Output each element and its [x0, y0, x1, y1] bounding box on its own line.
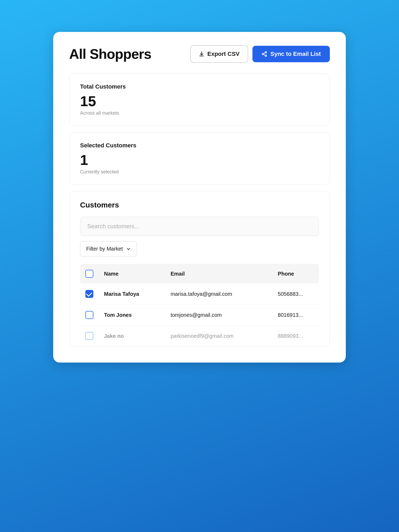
row-phone: 8016913...	[272, 305, 319, 326]
filter-label: Filter by Market	[86, 246, 123, 252]
row-email: tomjones@gmail.com	[165, 305, 272, 326]
main-card: All Shoppers Export CSV Sync to Email Li…	[53, 32, 346, 363]
table-header-email: Email	[165, 264, 272, 284]
row-name: Marisa Tafoya	[99, 284, 165, 305]
page-title: All Shoppers	[69, 46, 151, 62]
row-checkbox-cell	[80, 284, 99, 305]
table-row: Marisa Tafoyamarisa.tafoya@gmail.com5056…	[80, 284, 319, 305]
table-header-checkbox-col	[80, 264, 99, 284]
table-row: Jake noparkisenoedf9@gmail.com8889093...	[80, 326, 319, 347]
row-phone: 5056883...	[272, 284, 319, 305]
chevron-down-icon	[126, 247, 131, 251]
sync-email-button[interactable]: Sync to Email List	[252, 46, 330, 62]
customers-section: Customers Filter by Market Name Email	[69, 191, 330, 347]
selected-customers-number: 1	[80, 153, 319, 167]
row-name: Jake no	[99, 326, 165, 347]
select-all-checkbox[interactable]	[85, 270, 93, 278]
table-row: Tom Jonestomjones@gmail.com8016913...	[80, 305, 319, 326]
selected-customers-sub: Currently selected	[80, 169, 319, 175]
page-header: All Shoppers Export CSV Sync to Email Li…	[69, 45, 330, 63]
customers-section-title: Customers	[80, 201, 319, 209]
share-icon	[261, 51, 267, 57]
row-2-checkbox[interactable]	[85, 311, 93, 319]
search-input[interactable]	[80, 217, 319, 236]
row-email: parkisenoedf9@gmail.com	[165, 326, 272, 347]
row-phone: 8889093...	[272, 326, 319, 347]
row-3-checkbox[interactable]	[85, 332, 93, 340]
download-icon	[199, 51, 205, 57]
svg-line-4	[263, 53, 265, 54]
svg-line-3	[263, 54, 265, 55]
row-checkbox-cell	[80, 305, 99, 326]
row-checkbox-cell	[80, 326, 99, 347]
filter-by-market-dropdown[interactable]: Filter by Market	[80, 241, 137, 256]
row-email: marisa.tafoya@gmail.com	[165, 284, 272, 305]
row-1-checkbox[interactable]	[85, 290, 93, 298]
table-header-phone: Phone	[272, 264, 319, 284]
selected-customers-card: Selected Customers 1 Currently selected	[69, 132, 330, 185]
total-customers-card: Total Customers 15 Across all markets	[69, 73, 330, 126]
row-name: Tom Jones	[99, 305, 165, 326]
total-customers-number: 15	[80, 94, 319, 108]
total-customers-sub: Across all markets	[80, 110, 319, 116]
customers-table: Name Email Phone Marisa Tafoyamarisa.taf…	[80, 264, 319, 346]
table-header-name: Name	[99, 264, 165, 284]
selected-customers-label: Selected Customers	[80, 142, 319, 149]
export-csv-button[interactable]: Export CSV	[190, 45, 248, 63]
total-customers-label: Total Customers	[80, 83, 319, 90]
header-actions: Export CSV Sync to Email List	[190, 45, 330, 63]
